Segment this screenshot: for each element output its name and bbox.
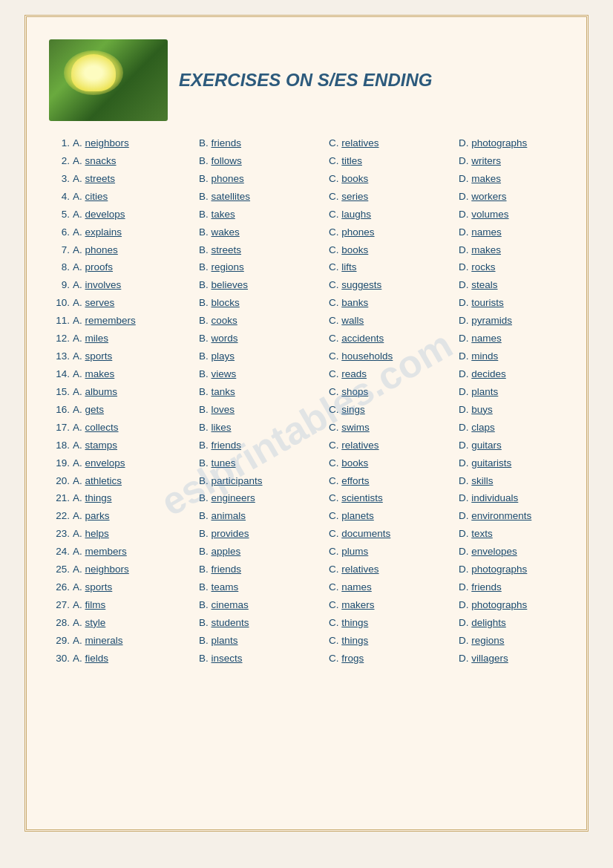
option-d: D. villagers xyxy=(459,651,577,667)
table-row: 28.A. styleB. studentsC. thingsD. deligh… xyxy=(49,616,564,631)
table-row: 25.A. neighborsB. friendsC. relativesD. … xyxy=(49,562,564,578)
option-c: C. shops xyxy=(329,385,459,400)
option-d: D. pyramids xyxy=(459,313,577,329)
option-a: A. proofs xyxy=(73,260,199,275)
option-d: D. photographs xyxy=(459,562,577,578)
option-c: C. books xyxy=(329,456,459,471)
option-b: B. wakes xyxy=(199,225,329,241)
option-d: D. names xyxy=(459,225,577,241)
option-d: D. steals xyxy=(459,278,577,293)
option-c: C. lifts xyxy=(329,260,459,275)
row-number: 26. xyxy=(49,580,70,595)
option-b: B. cinemas xyxy=(199,598,329,613)
option-d: D. envelopes xyxy=(459,544,577,560)
option-d: D. friends xyxy=(459,580,577,595)
option-c: C. books xyxy=(329,172,459,187)
option-b: B. animals xyxy=(199,509,329,524)
table-row: 16.A. getsB. lovesC. singsD. buys xyxy=(49,402,564,418)
table-row: 19.A. envelopsB. tunesC. booksD. guitari… xyxy=(49,456,564,471)
option-b: B. cooks xyxy=(199,313,329,329)
option-c: C. titles xyxy=(329,154,459,169)
table-row: 1.A. neighborsB. friendsC. relativesD. p… xyxy=(49,136,564,151)
option-a: A. streets xyxy=(73,172,199,187)
row-number: 28. xyxy=(49,616,70,631)
row-number: 22. xyxy=(49,509,70,524)
table-row: 29.A. mineralsB. plantsC. thingsD. regio… xyxy=(49,633,564,649)
table-row: 6.A. explainsB. wakesC. phonesD. names xyxy=(49,225,564,241)
option-d: D. photographs xyxy=(459,598,577,613)
header: EXERCISES ON S/ES ENDING xyxy=(49,39,564,121)
row-number: 9. xyxy=(49,278,70,293)
row-number: 17. xyxy=(49,420,70,436)
row-number: 19. xyxy=(49,456,70,471)
option-c: C. swims xyxy=(329,420,459,436)
option-c: C. planets xyxy=(329,509,459,524)
row-number: 4. xyxy=(49,189,70,205)
option-a: A. explains xyxy=(73,225,199,241)
option-b: B. streets xyxy=(199,243,329,258)
option-c: C. efforts xyxy=(329,474,459,489)
option-b: B. views xyxy=(199,367,329,382)
option-b: B. regions xyxy=(199,260,329,275)
option-d: D. minds xyxy=(459,349,577,365)
table-row: 30.A. fieldsB. insectsC. frogsD. village… xyxy=(49,651,564,667)
table-row: 13.A. sportsB. playsC. householdsD. mind… xyxy=(49,349,564,365)
table-row: 7.A. phonesB. streetsC. booksD. makes xyxy=(49,243,564,258)
option-c: C. accidents xyxy=(329,331,459,347)
option-c: C. series xyxy=(329,189,459,205)
row-number: 12. xyxy=(49,331,70,347)
row-number: 5. xyxy=(49,207,70,223)
option-c: C. sings xyxy=(329,402,459,418)
page: eslprintables.com EXERCISES ON S/ES ENDI… xyxy=(24,15,589,832)
option-a: A. phones xyxy=(73,243,199,258)
option-c: C. relatives xyxy=(329,438,459,454)
option-d: D. tourists xyxy=(459,296,577,311)
row-number: 3. xyxy=(49,172,70,187)
option-c: C. walls xyxy=(329,313,459,329)
option-d: D. rocks xyxy=(459,260,577,275)
option-a: A. albums xyxy=(73,385,199,400)
option-c: C. suggests xyxy=(329,278,459,293)
option-c: C. relatives xyxy=(329,562,459,578)
table-row: 24.A. membersB. applesC. plumsD. envelop… xyxy=(49,544,564,560)
option-b: B. tunes xyxy=(199,456,329,471)
option-b: B. takes xyxy=(199,207,329,223)
exercises-list: 1.A. neighborsB. friendsC. relativesD. p… xyxy=(49,136,564,667)
option-a: A. remembers xyxy=(73,313,199,329)
row-number: 18. xyxy=(49,438,70,454)
option-a: A. serves xyxy=(73,296,199,311)
option-c: C. plums xyxy=(329,544,459,560)
option-a: A. stamps xyxy=(73,438,199,454)
table-row: 22.A. parksB. animalsC. planetsD. enviro… xyxy=(49,509,564,524)
option-c: C. scientists xyxy=(329,491,459,506)
option-b: B. loves xyxy=(199,402,329,418)
table-row: 26.A. sportsB. teamsC. namesD. friends xyxy=(49,580,564,595)
table-row: 17.A. collectsB. likesC. swimsD. claps xyxy=(49,420,564,436)
option-b: B. believes xyxy=(199,278,329,293)
option-a: A. involves xyxy=(73,278,199,293)
option-a: A. members xyxy=(73,544,199,560)
option-d: D. makes xyxy=(459,243,577,258)
row-number: 15. xyxy=(49,385,70,400)
option-b: B. apples xyxy=(199,544,329,560)
option-b: B. plays xyxy=(199,349,329,365)
option-b: B. friends xyxy=(199,438,329,454)
option-b: B. plants xyxy=(199,633,329,649)
option-a: A. style xyxy=(73,616,199,631)
option-d: D. environments xyxy=(459,509,577,524)
option-a: A. cities xyxy=(73,189,199,205)
row-number: 23. xyxy=(49,526,70,542)
row-number: 1. xyxy=(49,136,70,151)
option-c: C. laughs xyxy=(329,207,459,223)
option-d: D. guitarists xyxy=(459,456,577,471)
option-d: D. workers xyxy=(459,189,577,205)
option-a: A. fields xyxy=(73,651,199,667)
option-c: C. phones xyxy=(329,225,459,241)
option-b: B. teams xyxy=(199,580,329,595)
table-row: 5.A. developsB. takesC. laughsD. volumes xyxy=(49,207,564,223)
option-a: A. makes xyxy=(73,367,199,382)
row-number: 2. xyxy=(49,154,70,169)
option-d: D. decides xyxy=(459,367,577,382)
option-a: A. snacks xyxy=(73,154,199,169)
option-c: C. things xyxy=(329,616,459,631)
